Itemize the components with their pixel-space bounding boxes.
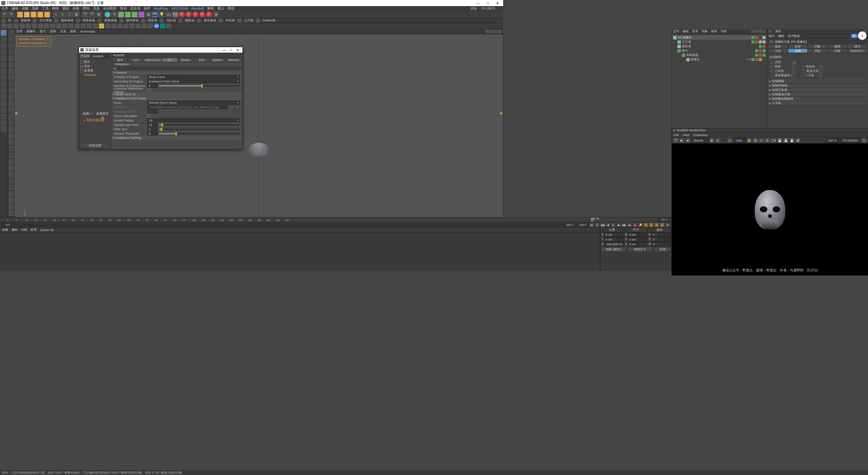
lt2-11[interactable] bbox=[8, 94, 14, 100]
menu-pipeline[interactable]: 流水线 bbox=[130, 6, 140, 11]
lt2-28[interactable] bbox=[8, 204, 14, 210]
coord-system[interactable]: ⊞ bbox=[73, 12, 79, 18]
menu-render[interactable]: 渲染 bbox=[93, 6, 100, 11]
rotate-tool[interactable]: ⟳ bbox=[37, 12, 43, 18]
add-environment[interactable]: ⊞ bbox=[145, 12, 151, 18]
rs-1[interactable] bbox=[179, 12, 185, 18]
t2-6[interactable] bbox=[32, 23, 37, 28]
field-group[interactable]: 组 bbox=[6, 18, 13, 23]
menu-realflow[interactable]: RealFlow bbox=[154, 7, 168, 11]
dialog-close[interactable]: ✕ bbox=[234, 48, 241, 52]
dialog-maximize[interactable]: □ bbox=[228, 48, 234, 52]
mode-15[interactable] bbox=[1, 120, 6, 126]
field-icon-10[interactable] bbox=[178, 19, 182, 23]
field-icon-5[interactable] bbox=[76, 19, 80, 23]
mode-3[interactable] bbox=[1, 43, 6, 49]
redo-button[interactable]: ↷ bbox=[8, 12, 14, 18]
t2-16[interactable] bbox=[93, 23, 98, 28]
field-cyl[interactable]: 圆柱体域 bbox=[59, 18, 75, 23]
mode-8[interactable] bbox=[1, 75, 6, 81]
lt2-22[interactable] bbox=[8, 165, 14, 171]
tab-opt[interactable]: Optimization bbox=[144, 58, 162, 62]
tab-integration[interactable]: Integration bbox=[112, 62, 133, 66]
lt2-20[interactable] bbox=[8, 152, 14, 158]
mat-menu-edit[interactable]: 编辑 bbox=[12, 228, 18, 232]
move-tool[interactable]: ✥ bbox=[24, 12, 30, 18]
lt2-16[interactable] bbox=[8, 127, 14, 132]
field-capsule[interactable]: 胶囊体域 bbox=[102, 18, 119, 23]
menu-plugins[interactable]: 插件 bbox=[144, 6, 151, 11]
tab-gi[interactable]: GI bbox=[162, 58, 178, 62]
renderer-combo[interactable]: Redshift bbox=[91, 54, 110, 58]
lt2-8[interactable] bbox=[8, 75, 14, 81]
field-shader[interactable]: 着色器域 bbox=[202, 18, 218, 23]
save-check[interactable] bbox=[80, 65, 83, 68]
undo-button[interactable]: ↶ bbox=[1, 12, 7, 18]
field-torus[interactable]: 圆环体域 bbox=[124, 18, 140, 23]
vp-nav-1[interactable] bbox=[486, 30, 489, 33]
lock-x[interactable]: X bbox=[53, 12, 59, 18]
lt2-4[interactable] bbox=[8, 49, 14, 55]
t2-12[interactable] bbox=[68, 23, 74, 28]
field-icon-3[interactable] bbox=[33, 19, 37, 23]
t2-7[interactable] bbox=[38, 23, 43, 28]
t2-15[interactable] bbox=[87, 23, 92, 28]
field-linear[interactable]: 线性域 bbox=[146, 18, 159, 23]
conserve-check[interactable] bbox=[147, 89, 151, 92]
retrace-input[interactable]: 3 bbox=[147, 132, 158, 135]
mat-menu-cycles[interactable]: Cycles 4D bbox=[40, 228, 54, 232]
sb-redshift[interactable]: Redshift bbox=[80, 73, 110, 77]
mode-9[interactable] bbox=[1, 81, 6, 87]
menu-help[interactable]: 帮助 bbox=[228, 6, 234, 11]
t2-11[interactable] bbox=[62, 23, 67, 28]
t2-17[interactable] bbox=[99, 23, 104, 28]
menu-file[interactable]: 文件 bbox=[1, 6, 8, 11]
screen-radius-combo[interactable]: 16 bbox=[147, 118, 240, 122]
lt2-6[interactable] bbox=[8, 62, 14, 68]
sb-multipass[interactable]: 多通道 bbox=[84, 69, 93, 73]
filter-size-slider[interactable] bbox=[159, 129, 240, 130]
t2-24[interactable] bbox=[142, 23, 147, 28]
field-radial[interactable]: 径向域 bbox=[164, 18, 178, 23]
add-hypernurbs[interactable] bbox=[125, 12, 131, 18]
sb-save[interactable]: 保存 bbox=[84, 64, 90, 69]
menu-tools[interactable]: 工具 bbox=[42, 6, 49, 11]
menu-window[interactable]: 窗口 bbox=[217, 6, 224, 11]
t2-9[interactable] bbox=[50, 23, 55, 28]
menu-snap[interactable]: 捕捉 bbox=[62, 6, 69, 11]
timeline-ruler[interactable]: 132.35 132 F 051015202530354045505560657… bbox=[0, 217, 503, 222]
t2-5[interactable] bbox=[26, 23, 31, 28]
lt2-12[interactable] bbox=[8, 101, 14, 107]
field-random[interactable]: 随机域 bbox=[183, 18, 196, 23]
lt2-24[interactable] bbox=[8, 178, 14, 184]
field-icon-8[interactable] bbox=[141, 19, 145, 23]
t2-23[interactable] bbox=[136, 23, 141, 28]
lt2-2[interactable] bbox=[8, 36, 14, 42]
sb-output[interactable]: 输出 bbox=[84, 60, 90, 64]
t2-25[interactable] bbox=[148, 23, 153, 28]
rs-6[interactable]: ⊕ bbox=[213, 12, 219, 18]
field-icon-12[interactable] bbox=[219, 19, 223, 23]
vp-nav-3[interactable] bbox=[494, 30, 497, 33]
lt2-15[interactable] bbox=[8, 120, 14, 126]
t2-13[interactable] bbox=[75, 23, 80, 28]
vp-nav-2[interactable] bbox=[490, 30, 493, 33]
minimize-button[interactable]: — bbox=[473, 1, 482, 5]
tab-memory[interactable]: Memory bbox=[226, 58, 242, 62]
menu-script[interactable]: 脚本 bbox=[207, 6, 214, 11]
rs-5[interactable] bbox=[206, 12, 212, 18]
lock-y[interactable]: Y bbox=[60, 12, 66, 18]
mat-menu-texture[interactable]: 纹理 bbox=[31, 228, 37, 232]
secondary-engine-combo[interactable]: Irradiance Point Cloud bbox=[147, 79, 240, 83]
lt2-3[interactable] bbox=[8, 43, 14, 49]
field-icon-13[interactable] bbox=[237, 19, 241, 23]
general-header[interactable]: General bbox=[112, 71, 242, 75]
select-tool[interactable]: ↖ bbox=[17, 12, 23, 18]
rs-3[interactable] bbox=[193, 12, 199, 18]
add-array[interactable] bbox=[132, 12, 138, 18]
t2-21[interactable] bbox=[123, 23, 129, 28]
lt2-14[interactable] bbox=[8, 114, 14, 119]
vp-menu-display[interactable]: 显示 bbox=[40, 29, 46, 34]
dialog-minimize[interactable]: — bbox=[221, 48, 228, 52]
add-light[interactable]: 💡 bbox=[159, 12, 165, 18]
